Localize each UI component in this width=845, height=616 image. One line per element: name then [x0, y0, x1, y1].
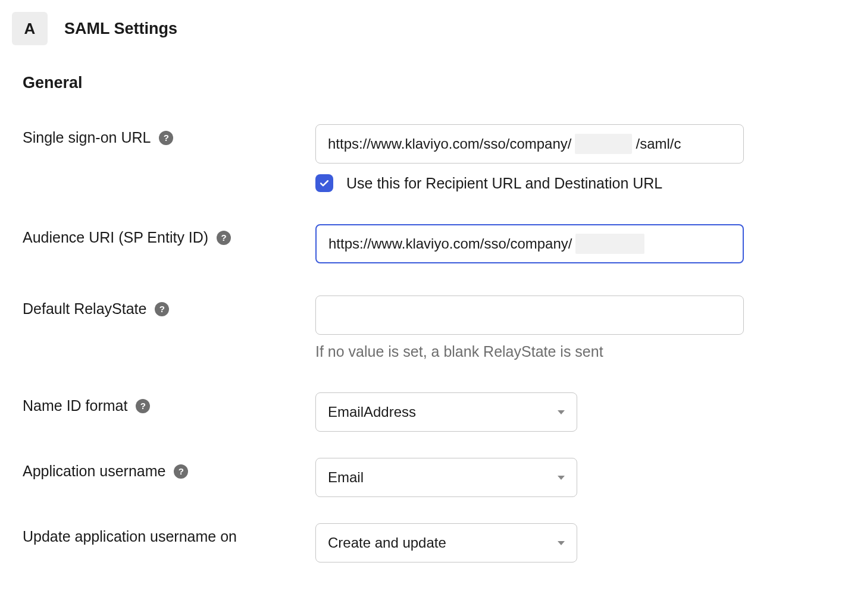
check-icon — [318, 177, 330, 189]
page-header: A SAML Settings — [12, 12, 833, 45]
redacted-segment — [575, 134, 632, 154]
helper-text-relay-state: If no value is set, a blank RelayState i… — [315, 343, 744, 360]
select-app-username[interactable]: Email — [315, 458, 577, 497]
select-name-id-format-value: EmailAddress — [328, 404, 416, 420]
label-name-id-format: Name ID format — [23, 397, 127, 414]
select-update-username-on-value: Create and update — [328, 535, 446, 551]
select-app-username-value: Email — [328, 469, 364, 486]
input-audience-uri[interactable]: https://www.klaviyo.com/sso/company/ — [315, 224, 744, 263]
label-sso-url: Single sign-on URL — [23, 129, 151, 146]
label-audience-uri: Audience URI (SP Entity ID) — [23, 229, 208, 246]
input-sso-url-prefix: https://www.klaviyo.com/sso/company/ — [328, 136, 571, 152]
control-col-audience-uri: https://www.klaviyo.com/sso/company/ — [315, 224, 744, 263]
control-col-update-username-on: Create and update — [315, 523, 744, 562]
section-heading-general: General — [23, 74, 833, 92]
help-icon[interactable]: ? — [217, 231, 231, 245]
control-col-name-id-format: EmailAddress — [315, 392, 744, 432]
redacted-segment — [575, 234, 644, 254]
help-icon[interactable]: ? — [174, 464, 188, 479]
label-col-app-username: Application username ? — [12, 458, 315, 480]
row-name-id-format: Name ID format ? EmailAddress — [12, 392, 833, 432]
section-badge: A — [12, 12, 48, 45]
help-icon[interactable]: ? — [136, 399, 150, 413]
input-sso-url[interactable]: https://www.klaviyo.com/sso/company/ /sa… — [315, 124, 744, 164]
label-col-audience-uri: Audience URI (SP Entity ID) ? — [12, 224, 315, 246]
label-col-name-id-format: Name ID format ? — [12, 392, 315, 414]
checkbox-use-for-recipient[interactable] — [315, 174, 333, 192]
input-sso-url-suffix: /saml/c — [636, 136, 681, 152]
label-col-update-username-on: Update application username on — [12, 523, 315, 545]
select-name-id-format[interactable]: EmailAddress — [315, 392, 577, 432]
checkbox-label-use-for-recipient: Use this for Recipient URL and Destinati… — [346, 175, 662, 192]
chevron-down-icon — [558, 410, 565, 414]
label-update-username-on: Update application username on — [23, 528, 237, 545]
help-icon[interactable]: ? — [159, 131, 173, 145]
select-update-username-on[interactable]: Create and update — [315, 523, 577, 562]
input-relay-state[interactable] — [315, 296, 744, 335]
label-col-relay-state: Default RelayState ? — [12, 296, 315, 318]
control-col-app-username: Email — [315, 458, 744, 497]
label-app-username: Application username — [23, 463, 165, 480]
label-relay-state: Default RelayState — [23, 300, 146, 318]
row-sso-url: Single sign-on URL ? https://www.klaviyo… — [12, 124, 833, 192]
row-audience-uri: Audience URI (SP Entity ID) ? https://ww… — [12, 224, 833, 263]
checkbox-row-use-for-recipient: Use this for Recipient URL and Destinati… — [315, 174, 744, 192]
control-col-relay-state: If no value is set, a blank RelayState i… — [315, 296, 744, 360]
page-title: SAML Settings — [64, 20, 177, 38]
help-icon[interactable]: ? — [155, 302, 169, 316]
control-col-sso-url: https://www.klaviyo.com/sso/company/ /sa… — [315, 124, 744, 192]
label-col-sso-url: Single sign-on URL ? — [12, 124, 315, 146]
row-app-username: Application username ? Email — [12, 458, 833, 497]
input-audience-uri-prefix: https://www.klaviyo.com/sso/company/ — [328, 235, 572, 252]
chevron-down-icon — [558, 541, 565, 545]
row-update-username-on: Update application username on Create an… — [12, 523, 833, 562]
chevron-down-icon — [558, 476, 565, 480]
row-relay-state: Default RelayState ? If no value is set,… — [12, 296, 833, 360]
